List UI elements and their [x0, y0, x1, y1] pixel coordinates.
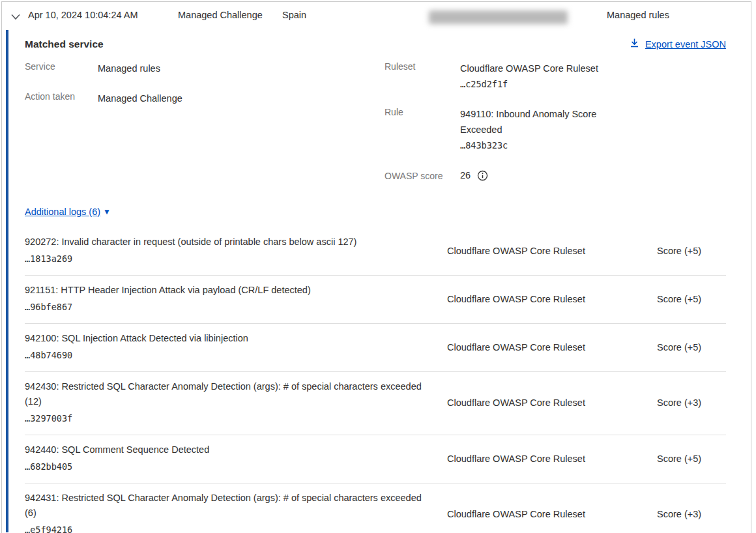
log-row: 942430: Restricted SQL Character Anomaly… — [25, 372, 726, 435]
log-ruleset: Cloudflare OWASP Core Ruleset — [447, 294, 657, 304]
log-rule-title: 920272: Invalid character in request (ou… — [25, 235, 428, 250]
additional-logs-table: 920272: Invalid character in request (ou… — [25, 227, 726, 533]
log-rule-title: 942430: Restricted SQL Character Anomaly… — [25, 379, 428, 409]
event-country: Spain — [282, 10, 306, 20]
event-action: Managed Challenge — [178, 10, 263, 20]
rule-name: 949110: Inbound Anomaly Score Exceeded — [460, 106, 613, 137]
log-ruleset: Cloudflare OWASP Core Ruleset — [447, 342, 657, 353]
matched-service-panel: Matched service Export event JSON Servic… — [6, 30, 751, 532]
field-value: Managed Challenge — [98, 91, 182, 106]
log-rule-hash: …1813a269 — [25, 251, 428, 266]
field-ruleset: Ruleset Cloudflare OWASP Core Ruleset …c… — [385, 61, 726, 92]
field-label: Service — [25, 61, 98, 72]
field-label: Action taken — [25, 91, 98, 102]
event-summary-row[interactable]: Apr 10, 2024 10:04:24 AM Managed Challen… — [2, 2, 751, 30]
log-score: Score (+5) — [657, 342, 726, 353]
log-row: 942431: Restricted SQL Character Anomaly… — [25, 483, 726, 533]
fields-left-column: Service Managed rules Action taken Manag… — [25, 61, 385, 197]
panel-title: Matched service — [25, 38, 104, 50]
rule-hash: …843b323c — [460, 137, 613, 153]
additional-logs-label: Additional logs (6) — [25, 207, 100, 217]
field-value: Managed rules — [98, 61, 160, 76]
export-event-json-link[interactable]: Export event JSON — [630, 38, 726, 50]
log-rule-hash: …96bfe867 — [25, 299, 428, 315]
field-action-taken: Action taken Managed Challenge — [25, 91, 385, 106]
log-row: 942100: SQL Injection Attack Detected vi… — [25, 324, 726, 372]
field-label: Rule — [385, 106, 460, 117]
log-ruleset: Cloudflare OWASP Core Ruleset — [447, 454, 657, 464]
redacted-field-blur — [429, 10, 568, 24]
event-detail-container: Apr 10, 2024 10:04:24 AM Managed Challen… — [1, 1, 751, 533]
log-score: Score (+3) — [657, 397, 726, 408]
log-score: Score (+5) — [657, 454, 726, 464]
log-rule-title: 942100: SQL Injection Attack Detected vi… — [25, 331, 428, 346]
log-rule-hash: …682bb405 — [25, 459, 428, 474]
export-link-label: Export event JSON — [645, 39, 726, 50]
owasp-score-value: 26 — [460, 167, 471, 183]
log-rule-hash: …3297003f — [25, 411, 428, 426]
fields-right-column: Ruleset Cloudflare OWASP Core Ruleset …c… — [385, 61, 726, 197]
info-icon[interactable] — [477, 170, 488, 181]
event-service: Managed rules — [607, 10, 669, 20]
download-icon — [630, 38, 639, 50]
log-rule-title: 942440: SQL Comment Sequence Detected — [25, 442, 428, 457]
ruleset-name: Cloudflare OWASP Core Ruleset — [460, 61, 598, 76]
log-ruleset: Cloudflare OWASP Core Ruleset — [447, 397, 657, 408]
log-rule-hash: …48b74690 — [25, 347, 428, 363]
ruleset-hash: …c25d2f1f — [460, 76, 598, 92]
log-row: 942440: SQL Comment Sequence Detected …6… — [25, 435, 726, 483]
log-rule-hash: …e5f94216 — [25, 522, 428, 533]
log-row: 921151: HTTP Header Injection Attack via… — [25, 276, 726, 324]
triangle-down-icon: ▼ — [103, 208, 111, 216]
field-owasp-score: OWASP score 26 — [385, 167, 726, 183]
event-timestamp: Apr 10, 2024 10:04:24 AM — [28, 10, 138, 20]
additional-logs-toggle[interactable]: Additional logs (6) ▼ — [25, 207, 111, 217]
log-rule-title: 942431: Restricted SQL Character Anomaly… — [25, 491, 428, 521]
log-ruleset: Cloudflare OWASP Core Ruleset — [447, 509, 657, 519]
field-label: Ruleset — [385, 61, 460, 72]
log-ruleset: Cloudflare OWASP Core Ruleset — [447, 246, 657, 256]
chevron-down-icon[interactable] — [10, 12, 22, 20]
log-score: Score (+5) — [657, 246, 726, 256]
log-score: Score (+5) — [657, 294, 726, 304]
log-score: Score (+3) — [657, 509, 726, 519]
log-row: 920272: Invalid character in request (ou… — [25, 227, 726, 276]
log-rule-title: 921151: HTTP Header Injection Attack via… — [25, 283, 428, 298]
field-label: OWASP score — [385, 170, 460, 181]
field-rule: Rule 949110: Inbound Anomaly Score Excee… — [385, 106, 726, 153]
field-service: Service Managed rules — [25, 61, 385, 76]
